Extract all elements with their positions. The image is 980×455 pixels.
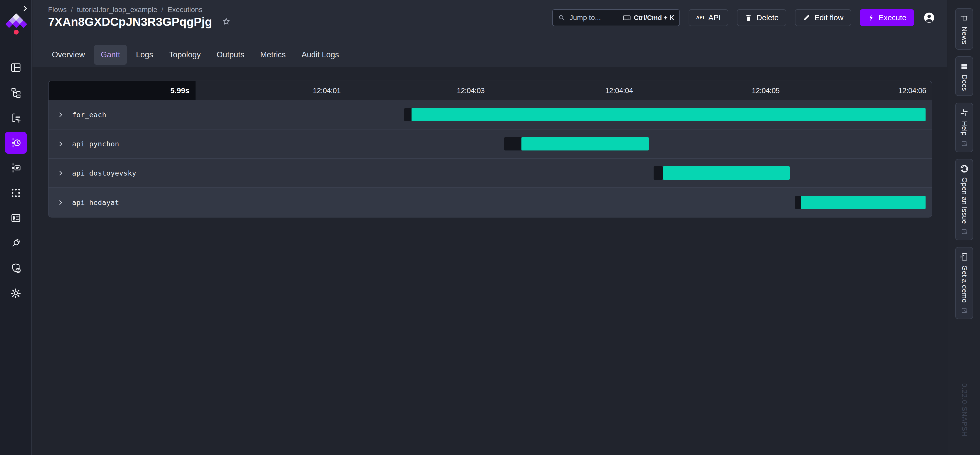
rail-button-help[interactable]: Help — [955, 103, 973, 152]
breadcrumb-flows[interactable]: Flows — [48, 6, 67, 14]
title-row: 7XAn8GXDCpJN3R3GPqgPjg — [48, 15, 231, 29]
tab-logs[interactable]: Logs — [129, 45, 160, 65]
flag-icon — [960, 14, 969, 22]
gantt-row: api pynchon — [49, 129, 932, 159]
chevron-right-icon — [57, 140, 64, 147]
topbar: Flows / tutorial.for_loop_example / Exec… — [32, 0, 947, 67]
gantt-row: api hedayat — [49, 188, 932, 217]
external-link-icon — [961, 228, 968, 235]
rail-button-get-a-demo[interactable]: Get a demo — [955, 247, 973, 319]
topbar-actions: Jump to... Ctrl/Cmd + K API API Delete E… — [552, 9, 935, 26]
task-name: for_each — [72, 111, 107, 119]
kestra-logo[interactable] — [3, 13, 29, 37]
user-avatar[interactable] — [923, 11, 935, 24]
gantt-bar-created[interactable] — [404, 108, 412, 121]
api-button[interactable]: API API — [689, 9, 729, 26]
search-placeholder: Jump to... — [570, 14, 601, 22]
gantt-bar-running[interactable] — [801, 196, 926, 209]
gantt-bar-created[interactable] — [795, 196, 801, 209]
page: { "theme": { "accent": "#8405FF", "succe… — [0, 0, 980, 455]
search-input[interactable]: Jump to... Ctrl/Cmd + K — [552, 9, 680, 26]
trash-icon — [745, 14, 752, 21]
gantt-bar-created[interactable] — [504, 137, 522, 150]
tab-audit-logs[interactable]: Audit Logs — [295, 45, 346, 65]
flows-tree-icon — [10, 87, 21, 98]
breadcrumb-separator: / — [71, 6, 73, 14]
tab-outputs[interactable]: Outputs — [210, 45, 251, 65]
pencil-icon — [803, 14, 810, 21]
execute-button-label: Execute — [879, 13, 906, 22]
breadcrumb-executions[interactable]: Executions — [167, 6, 202, 14]
tab-gantt[interactable]: Gantt — [94, 45, 127, 65]
task-name: api hedayat — [72, 199, 119, 206]
api-icon: API — [696, 15, 704, 20]
timeline-tick-label: 12:04:01 — [313, 86, 341, 95]
gantt-bar-created[interactable] — [654, 166, 663, 180]
task-expand-toggle[interactable]: api dostoyevsky — [57, 169, 136, 177]
search-icon — [558, 14, 565, 21]
chevron-right-icon — [57, 199, 64, 206]
gantt-timeline-header: 5.99s 12:04:0112:04:0312:04:0412:04:0512… — [49, 81, 932, 100]
chevron-right-icon — [57, 170, 64, 176]
rail-button-label: Help — [960, 121, 968, 136]
sidebar-item-iam[interactable] — [5, 257, 27, 279]
rail-button-label: News — [960, 27, 968, 45]
sidebar-item-settings[interactable] — [5, 282, 27, 304]
timeline-tick-label: 12:04:04 — [605, 86, 633, 95]
right-rail: NewsDocsHelpOpen an IssueGet a demo 0.22… — [948, 0, 980, 455]
shield-account-icon — [10, 263, 21, 274]
monitor-icon — [960, 252, 969, 261]
execution-duration-badge: 5.99s — [49, 81, 196, 100]
timeline-text-icon — [10, 162, 21, 174]
sidebar-item-flow-create[interactable] — [5, 107, 27, 129]
gear-icon — [10, 287, 21, 299]
search-shortcut-label: Ctrl/Cmd + K — [634, 14, 674, 22]
blueprints-icon — [10, 212, 21, 224]
gantt-bar-running[interactable] — [663, 166, 790, 180]
sidebar-item-dashboard[interactable] — [5, 57, 27, 78]
sidebar-item-plugins[interactable] — [5, 232, 27, 254]
dots-square-icon — [10, 187, 21, 199]
task-expand-toggle[interactable]: for_each — [57, 111, 107, 119]
sidebar-item-blueprints[interactable] — [5, 207, 27, 229]
sidebar-item-namespaces[interactable] — [5, 182, 27, 204]
gantt-rows: for_eachapi pynchonapi dostoyevskyapi he… — [49, 100, 932, 217]
sidebar-item-executions[interactable] — [5, 132, 27, 154]
task-name: api dostoyevsky — [72, 169, 136, 177]
main-area: Flows / tutorial.for_loop_example / Exec… — [32, 0, 947, 455]
tab-overview[interactable]: Overview — [45, 45, 92, 65]
tab-metrics[interactable]: Metrics — [254, 45, 293, 65]
edit-flow-button[interactable]: Edit flow — [795, 9, 851, 26]
sidebar-item-flows[interactable] — [5, 81, 27, 104]
logo-dot — [14, 30, 19, 35]
github-icon — [960, 164, 969, 173]
gantt-row: for_each — [49, 100, 932, 129]
edit-flow-button-label: Edit flow — [815, 13, 843, 22]
external-link-icon — [961, 307, 968, 314]
breadcrumb-flow-id[interactable]: tutorial.for_loop_example — [77, 6, 157, 14]
chevron-right-icon — [21, 5, 29, 12]
task-name: api pynchon — [72, 140, 119, 148]
gantt-bar-running[interactable] — [522, 137, 649, 150]
book-icon — [960, 62, 969, 71]
task-expand-toggle[interactable]: api hedayat — [57, 199, 119, 206]
gantt-bar-running[interactable] — [412, 108, 926, 121]
dashboard-icon — [10, 62, 21, 73]
rail-button-open-an-issue[interactable]: Open an Issue — [955, 159, 973, 240]
tab-topology[interactable]: Topology — [162, 45, 207, 65]
timeline-tick-label: 12:04:05 — [752, 86, 780, 95]
star-icon[interactable] — [221, 17, 231, 27]
execute-button[interactable]: Execute — [860, 9, 914, 26]
rail-button-label: Open an Issue — [960, 177, 968, 224]
sidebar-expand-toggle[interactable] — [21, 5, 29, 12]
left-sidebar — [0, 0, 32, 455]
timeline-clock-icon — [10, 137, 21, 148]
lightning-bolt-icon — [867, 14, 875, 21]
api-button-label: API — [708, 13, 721, 22]
task-expand-toggle[interactable]: api pynchon — [57, 140, 119, 148]
rail-button-news[interactable]: News — [955, 8, 973, 49]
sidebar-item-logs[interactable] — [5, 157, 27, 179]
rail-button-docs[interactable]: Docs — [955, 56, 973, 96]
search-shortcut: Ctrl/Cmd + K — [623, 14, 674, 22]
delete-button[interactable]: Delete — [737, 9, 786, 26]
